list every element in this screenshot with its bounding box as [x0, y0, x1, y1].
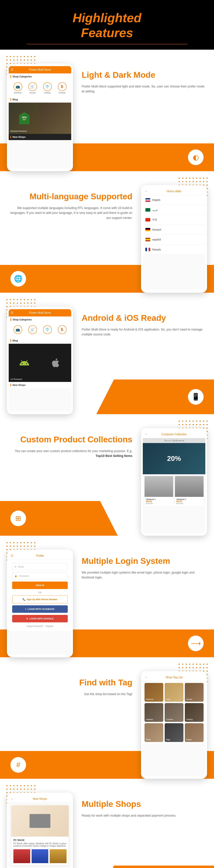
- phone-mockup: ☰ Profile ✉ Email 🔒 Password SIGN IN OR …: [7, 550, 73, 657]
- phone-mockup: ☰ Flutter Multi Store Shop Categories 📺E…: [7, 64, 73, 171]
- feature-description: Flutter Multi-Store supported light and …: [82, 84, 207, 94]
- back-icon[interactable]: ←: [145, 433, 148, 436]
- feature-title: Multiple Login System: [82, 557, 207, 566]
- tag-item[interactable]: Grocery: [185, 683, 204, 702]
- apple-icon: [40, 344, 71, 382]
- back-icon[interactable]: ←: [145, 190, 148, 193]
- feature-login: ☰ Profile ✉ Email 🔒 Password SIGN IN OR …: [0, 536, 214, 657]
- feature-shops: ← New Shops PC World PC World, offer Lap…: [0, 779, 214, 868]
- category-icon[interactable]: 📺: [13, 325, 22, 334]
- facebook-login-button[interactable]: f LOGIN WITH FACEBOOK: [12, 606, 68, 613]
- forgot-password-link[interactable]: Forgot Password?: [26, 625, 43, 627]
- password-field[interactable]: 🔒 Password: [12, 572, 68, 580]
- back-icon[interactable]: ←: [145, 676, 148, 679]
- back-icon[interactable]: ←: [11, 797, 13, 801]
- feature-description: We provided multiple login systems like …: [82, 570, 207, 580]
- category-icon[interactable]: 👕: [43, 325, 52, 334]
- divider-dotted: [27, 44, 187, 44]
- feature-title: Custom Product Collections: [7, 435, 132, 444]
- feature-collections: ← Computer Collection This is a 728x90 t…: [0, 414, 214, 536]
- language-item[interactable]: Deutsch: [143, 225, 205, 235]
- header-section: Highlighted Features: [0, 0, 214, 50]
- tag-item[interactable]: Shoes: [145, 723, 163, 742]
- product-card[interactable]: Ultrabook 1 $99.00 $118.00: [145, 476, 173, 506]
- page-title: Highlighted Features: [7, 10, 207, 40]
- tag-item[interactable]: Electronic: [145, 683, 163, 702]
- app-header: ☰ Flutter Multi Store: [9, 66, 71, 73]
- feature-android-ios: ☰ Flutter Multi Store Shop Categories 📺 …: [0, 293, 214, 414]
- phone-mockup: ← Shop Tag List Electronic Food Grocery …: [141, 671, 207, 779]
- feature-description: Flutter Multi-Store is ready for Android…: [82, 327, 207, 337]
- feature-description: We supported multiple languages includin…: [7, 206, 132, 220]
- phone-icon: 📱: [188, 389, 204, 405]
- product-card[interactable]: Ultrabook 2 $99.00 $118.00: [175, 476, 204, 506]
- phone-mockup: ☰ Flutter Multi Store Shop Categories 📺 …: [7, 307, 73, 414]
- feature-title: Android & iOS Ready: [82, 313, 207, 323]
- register-link[interactable]: Register: [46, 625, 54, 627]
- tag-item[interactable]: Food: [165, 683, 183, 702]
- category-icon[interactable]: 🪑: [58, 325, 66, 334]
- menu-icon[interactable]: ☰: [11, 68, 13, 71]
- feature-description: Ready for work with multiple shops and s…: [82, 813, 207, 818]
- phone-mockup: ← Computer Collection This is a 728x90 t…: [141, 428, 207, 536]
- phone-signup-button[interactable]: 📞 Sign Up With Phone Number: [12, 595, 68, 603]
- language-item[interactable]: español: [143, 235, 205, 245]
- language-item[interactable]: 中文: [143, 215, 205, 225]
- feature-title: Multi-language Supported: [7, 192, 132, 201]
- category-icon[interactable]: 🛒: [28, 82, 37, 91]
- grid-icon: ⊞: [10, 510, 26, 526]
- phone-mockup: ← New Shops PC World PC World, offer Lap…: [7, 793, 73, 868]
- tag-item[interactable]: Jewellery: [145, 703, 163, 722]
- feature-title: Find with Tag: [7, 678, 132, 687]
- feature-light-dark: ☰ Flutter Multi Store Shop Categories 📺E…: [0, 50, 214, 171]
- category-icon[interactable]: 🪑: [58, 82, 66, 91]
- email-field[interactable]: ✉ Email: [12, 563, 68, 570]
- category-icon[interactable]: 📺: [13, 82, 22, 91]
- tag-item[interactable]: Bags: [165, 723, 183, 742]
- language-item[interactable]: عربي: [143, 205, 205, 215]
- feature-description: Get the shop list based on the Tag!: [7, 692, 132, 696]
- menu-icon[interactable]: ☰: [11, 554, 13, 557]
- category-icon[interactable]: 👕: [43, 82, 52, 91]
- tag-item[interactable]: Furniture: [165, 703, 183, 722]
- google-login-button[interactable]: G LOGIN WITH GOOGLE: [12, 615, 68, 622]
- feature-description: You can create your own custom product c…: [7, 448, 132, 459]
- category-icon[interactable]: 🛒: [28, 325, 37, 334]
- signin-button[interactable]: SIGN IN: [12, 582, 68, 589]
- feature-title: Multiple Shops: [82, 800, 207, 809]
- feature-multilanguage: ← Home slider English عربي 中文 Deutsch es…: [0, 171, 214, 293]
- android-icon: [9, 344, 40, 382]
- feature-tags: ← Shop Tag List Electronic Food Grocery …: [0, 657, 214, 779]
- menu-icon[interactable]: ☰: [11, 311, 13, 314]
- tag-item[interactable]: Clothing: [185, 703, 204, 722]
- shop-card[interactable]: PC World PC World, offer Laptop, MacBook…: [11, 805, 69, 865]
- phone-mockup: ← Home slider English عربي 中文 Deutsch es…: [141, 185, 207, 293]
- language-item[interactable]: français: [143, 245, 205, 254]
- feature-title: Light & Dark Mode: [82, 70, 207, 80]
- language-item[interactable]: English: [143, 195, 205, 205]
- tag-item[interactable]: Beauty: [185, 723, 204, 742]
